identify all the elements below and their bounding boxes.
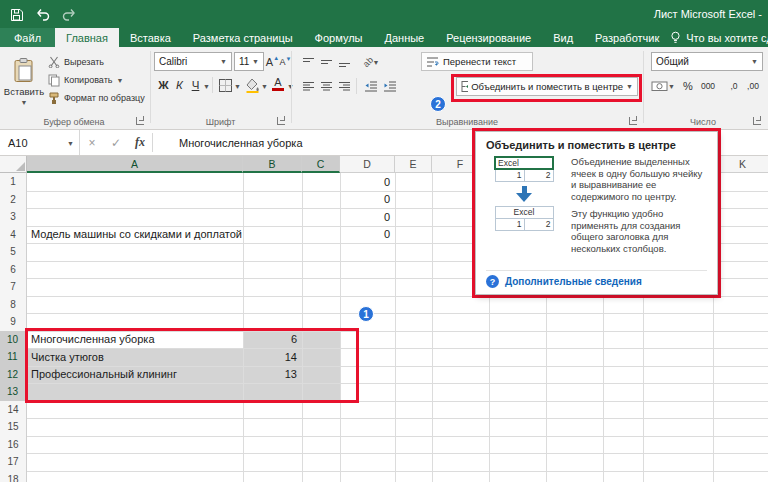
undo-button[interactable] <box>35 8 50 21</box>
tooltip-paragraph-1: Объединение выделенных ячеек в одну боль… <box>571 156 707 202</box>
align-left-button[interactable] <box>299 77 317 95</box>
cell-A4[interactable]: Модель машины со скидками и доплатой <box>31 226 242 244</box>
redo-button[interactable] <box>62 8 77 21</box>
comma-style-button[interactable]: 000 <box>698 77 718 95</box>
font-dialog-launcher[interactable] <box>277 117 285 125</box>
fill-color-button[interactable] <box>243 76 261 94</box>
cell-D3[interactable]: 0 <box>340 208 390 226</box>
orientation-button[interactable]: ab ▼ <box>358 53 384 71</box>
column-header-A[interactable]: A <box>27 156 243 173</box>
row-header-5[interactable]: 5 <box>0 243 27 262</box>
column-header-C[interactable]: C <box>302 156 340 173</box>
number-format-combo[interactable]: Общий ▼ <box>651 52 763 71</box>
font-color-button[interactable]: А <box>269 75 287 93</box>
tell-me-box[interactable]: Что вы хотите сделать... <box>670 28 768 47</box>
paste-icon <box>12 58 36 84</box>
row-header-15[interactable]: 15 <box>0 418 27 437</box>
learn-more-link[interactable]: Дополнительные сведения <box>505 276 642 287</box>
clipboard-dialog-launcher[interactable] <box>136 117 144 125</box>
cell-B12[interactable]: 13 <box>243 366 297 384</box>
borders-icon <box>218 78 233 93</box>
down-arrow-icon <box>516 193 532 202</box>
font-size-combo[interactable]: 11 ▼ <box>234 52 264 71</box>
row-header-17[interactable]: 17 <box>0 453 27 472</box>
italic-button[interactable]: К <box>172 76 187 94</box>
font-family-value: Calibri <box>159 56 187 67</box>
tab-page-layout[interactable]: Разметка страницы <box>182 28 304 47</box>
cell-B11[interactable]: 14 <box>243 348 297 366</box>
row-header-10[interactable]: 10 <box>0 331 27 350</box>
wrap-text-button[interactable]: Перенести текст <box>421 52 533 71</box>
cell-B10[interactable]: 6 <box>243 331 297 349</box>
column-header-E[interactable]: E <box>395 156 432 173</box>
column-header-K[interactable]: K <box>713 156 768 173</box>
row-header-3[interactable]: 3 <box>0 208 27 227</box>
enter-button[interactable]: ✓ <box>104 130 128 155</box>
tab-developer[interactable]: Разработчик <box>584 28 670 47</box>
tab-insert[interactable]: Вставка <box>119 28 182 47</box>
tooltip-footer: ? Дополнительные сведения <box>486 270 707 288</box>
gridline-horizontal <box>27 418 768 419</box>
decrease-indent-button[interactable] <box>362 77 380 95</box>
accounting-format-button[interactable]: ▼ <box>651 77 675 95</box>
align-bottom-button[interactable] <box>335 53 353 71</box>
number-dialog-launcher[interactable] <box>753 117 761 125</box>
alignment-dialog-launcher[interactable] <box>629 117 637 125</box>
row-header-18[interactable]: 18 <box>0 471 27 482</box>
dropdown-arrow-icon: ▼ <box>626 83 633 90</box>
align-center-button[interactable] <box>317 77 335 95</box>
row-header-13[interactable]: 13 <box>0 383 27 402</box>
tab-formulas[interactable]: Формулы <box>304 28 374 47</box>
tab-data[interactable]: Данные <box>373 28 435 47</box>
cell-D2[interactable]: 0 <box>340 191 390 209</box>
diagram-cell-1: 1 <box>495 169 524 181</box>
percent-style-button[interactable]: % <box>681 77 695 95</box>
cell-D1[interactable]: 0 <box>340 173 390 191</box>
align-middle-button[interactable] <box>317 53 335 71</box>
row-header-14[interactable]: 14 <box>0 401 27 420</box>
row-header-8[interactable]: 8 <box>0 296 27 315</box>
cut-button[interactable]: Вырезать <box>48 54 104 70</box>
tab-view[interactable]: Вид <box>542 28 584 47</box>
select-all-corner[interactable] <box>0 156 27 173</box>
decrease-decimal-button[interactable]: ,00 <box>744 77 762 95</box>
bold-button[interactable]: Ж <box>156 76 171 94</box>
row-header-2[interactable]: 2 <box>0 191 27 210</box>
row-header-4[interactable]: 4 <box>0 226 27 245</box>
save-button[interactable] <box>10 8 23 21</box>
increase-decimal-button[interactable]: ,0 <box>726 77 742 95</box>
paste-button[interactable]: Вставить ▼ <box>3 51 45 113</box>
align-top-button[interactable] <box>299 53 317 71</box>
font-family-combo[interactable]: Calibri ▼ <box>154 52 232 71</box>
row-header-7[interactable]: 7 <box>0 278 27 297</box>
merge-center-button[interactable]: Объединить и поместить в центре ▼ <box>456 77 638 96</box>
cell-D4[interactable]: 0 <box>340 226 390 244</box>
row-header-16[interactable]: 16 <box>0 436 27 455</box>
row-header-1[interactable]: 1 <box>0 173 27 192</box>
cell-A10[interactable]: Многочисленная уборка <box>31 331 155 349</box>
decrease-indent-icon <box>364 80 378 92</box>
format-painter-button[interactable]: Формат по образцу <box>48 90 145 106</box>
insert-function-button[interactable]: fx <box>128 130 152 155</box>
group-divider <box>643 51 644 123</box>
tooltip-text: Объединение выделенных ячеек в одну боль… <box>571 156 707 266</box>
cell-A11[interactable]: Чистка утюгов <box>31 348 104 366</box>
tab-review[interactable]: Рецензирование <box>435 28 542 47</box>
grow-font-button[interactable]: А▲ <box>266 53 279 71</box>
align-right-button[interactable] <box>335 77 353 95</box>
underline-button[interactable]: Ч <box>188 76 203 94</box>
tab-home[interactable]: Главная <box>55 28 119 47</box>
cell-A12[interactable]: Профессиональный клининг <box>31 366 177 384</box>
tab-file[interactable]: Файл <box>0 28 55 47</box>
column-header-D[interactable]: D <box>340 156 395 173</box>
borders-button[interactable] <box>216 76 234 94</box>
increase-indent-button[interactable] <box>381 77 399 95</box>
column-header-B[interactable]: B <box>243 156 302 173</box>
copy-button[interactable]: Копировать ▼ <box>48 72 123 88</box>
row-header-12[interactable]: 12 <box>0 366 27 385</box>
row-header-9[interactable]: 9 <box>0 313 27 332</box>
cancel-button[interactable]: × <box>80 130 104 155</box>
name-box[interactable]: A10 ▼ <box>0 130 80 155</box>
row-header-11[interactable]: 11 <box>0 348 27 367</box>
row-header-6[interactable]: 6 <box>0 261 27 280</box>
